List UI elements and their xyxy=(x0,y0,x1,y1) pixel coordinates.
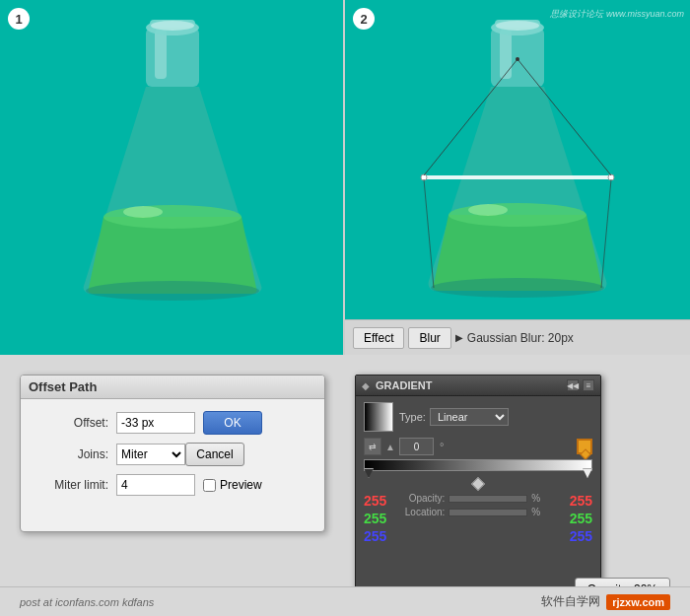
gradient-controls-row: ⇄ ▲ ° xyxy=(364,438,592,455)
miter-row: Miter limit: Preview xyxy=(34,474,310,496)
dialog-content: Offset: OK Joins: Miter Round Bevel Canc… xyxy=(27,407,318,508)
right-color-values: 255 255 255 xyxy=(570,493,592,544)
svg-point-6 xyxy=(151,21,194,31)
panel-collapse-button[interactable]: ◀◀ xyxy=(567,379,579,391)
cancel-button[interactable]: Cancel xyxy=(185,443,244,466)
bottom-section: Offset Path Offset: OK Joins: Miter Roun… xyxy=(0,355,690,616)
svg-rect-2 xyxy=(155,30,167,79)
miter-label: Miter limit: xyxy=(34,478,108,492)
panel-left: 1 xyxy=(0,0,345,355)
svg-point-11 xyxy=(448,203,586,227)
panel-menu-button[interactable]: ≡ xyxy=(583,379,594,391)
blur-button[interactable]: Blur xyxy=(408,327,450,349)
footer-left-text: post at iconfans.com kdfans xyxy=(20,596,154,608)
offset-path-dialog: Offset Path Offset: OK Joins: Miter Roun… xyxy=(20,375,325,532)
right-blue-value: 255 xyxy=(570,528,592,544)
midpoint-diamond[interactable] xyxy=(471,477,485,491)
left-blue-value: 255 xyxy=(364,528,386,544)
miter-input[interactable] xyxy=(116,474,195,496)
svg-point-4 xyxy=(123,206,163,218)
angle-input[interactable] xyxy=(399,438,434,455)
degree-icon: ° xyxy=(440,441,444,452)
opacity-location-sliders: Opacity: % Location: % xyxy=(390,493,565,520)
color-stop-indicator[interactable] xyxy=(577,439,592,454)
svg-point-3 xyxy=(104,205,242,229)
gradient-panel-title: GRADIENT xyxy=(376,379,432,391)
gradient-type-row: Type: Linear Radial xyxy=(364,402,592,432)
gradient-bar xyxy=(364,459,592,471)
gradient-panel-header: ◆ GRADIENT ◀◀ ≡ xyxy=(356,376,600,396)
location-label: Location: xyxy=(390,507,445,517)
type-label: Type: xyxy=(399,411,426,423)
opacity-row: Opacity: % xyxy=(390,493,565,504)
opacity-percent: % xyxy=(531,493,540,504)
panel-controls: ◀◀ ≡ xyxy=(567,379,594,391)
location-slider[interactable] xyxy=(448,509,527,516)
joins-label: Joins: xyxy=(34,447,108,461)
offset-input[interactable] xyxy=(116,412,195,434)
svg-rect-10 xyxy=(500,30,512,79)
preview-checkbox[interactable] xyxy=(203,479,216,492)
opacity-slider[interactable] xyxy=(448,495,527,503)
svg-point-12 xyxy=(468,204,508,216)
dialog-title: Offset Path xyxy=(21,376,324,399)
gaussian-blur-text: Gaussian Blur: 20px xyxy=(467,331,574,345)
color-values-section: 255 255 255 Opacity: % Location: % xyxy=(364,493,592,544)
left-color-values: 255 255 255 xyxy=(364,493,386,544)
right-red-value: 255 xyxy=(570,493,592,509)
grad-stop-left-arrow[interactable] xyxy=(364,468,374,478)
svg-point-15 xyxy=(431,278,604,298)
joins-row: Joins: Miter Round Bevel Cancel xyxy=(34,443,310,466)
effect-button[interactable]: Effect xyxy=(353,327,404,349)
top-section: 1 xyxy=(0,0,690,355)
ok-button[interactable]: OK xyxy=(203,411,262,435)
effect-bar: Effect Blur ▶ Gaussian Blur: 20px xyxy=(345,319,690,355)
gradient-panel-body: Type: Linear Radial ⇄ ▲ ° xyxy=(356,396,600,550)
svg-point-7 xyxy=(86,281,259,301)
svg-rect-1 xyxy=(146,28,199,87)
preview-label: Preview xyxy=(203,478,262,492)
flask-2-container xyxy=(345,0,690,355)
svg-point-23 xyxy=(516,57,519,61)
svg-rect-16 xyxy=(424,175,611,179)
left-green-value: 255 xyxy=(364,511,386,526)
footer-logo: rjzxw.com xyxy=(606,594,670,610)
left-red-value: 255 xyxy=(364,493,386,509)
gradient-bar-container xyxy=(364,459,592,489)
preview-text: Preview xyxy=(220,478,262,492)
gradient-type-select[interactable]: Linear Radial xyxy=(430,408,509,426)
grad-stop-right-arrow[interactable] xyxy=(583,468,592,478)
gradient-diamond-icon: ◆ xyxy=(362,380,370,391)
offset-label: Offset: xyxy=(34,416,108,430)
blur-arrow-icon: ▶ xyxy=(455,332,463,343)
reverse-gradient-icon[interactable]: ⇄ xyxy=(364,438,381,455)
flask-1-container xyxy=(0,0,343,355)
location-row: Location: % xyxy=(390,507,565,517)
svg-line-21 xyxy=(424,179,434,288)
svg-line-22 xyxy=(601,179,611,288)
panel-right: 2 思缘设计论坛 www.missyuan.com xyxy=(345,0,690,355)
joins-select[interactable]: Miter Round Bevel xyxy=(116,444,185,465)
right-green-value: 255 xyxy=(570,511,592,526)
footer-right: 软件自学网 rjzxw.com xyxy=(541,593,670,610)
opacity-label: Opacity: xyxy=(390,493,445,504)
angle-triangle-icon: ▲ xyxy=(385,442,395,452)
midpoint-row xyxy=(364,479,592,489)
gradient-panel: ◆ GRADIENT ◀◀ ≡ Type: Linear Radial ⇄ xyxy=(355,375,601,591)
gradient-preview-box xyxy=(364,402,393,432)
offset-row: Offset: OK xyxy=(34,411,310,435)
location-percent: % xyxy=(531,507,540,517)
footer-site-text: 软件自学网 xyxy=(541,593,600,610)
svg-point-14 xyxy=(496,21,539,31)
footer: post at iconfans.com kdfans 软件自学网 rjzxw.… xyxy=(0,586,690,616)
